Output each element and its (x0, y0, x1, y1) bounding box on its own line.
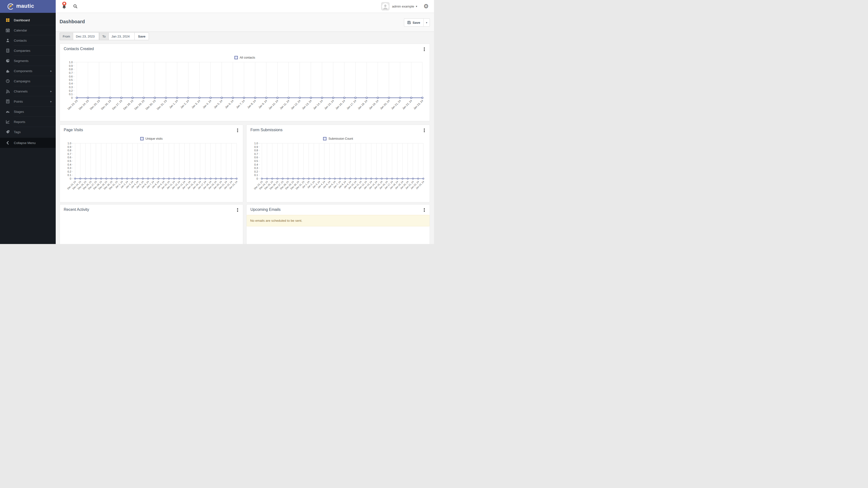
svg-text:Jan 11, 24: Jan 11, 24 (279, 99, 290, 110)
chevron-down-icon[interactable]: ▾ (416, 5, 417, 8)
svg-text:Jan 5, 24: Jan 5, 24 (213, 99, 223, 109)
panel-recent-activity: Recent Activity (60, 204, 243, 244)
collapse-menu-button[interactable]: Collapse Menu (0, 138, 56, 148)
save-dropdown-toggle[interactable]: ▾ (423, 19, 430, 27)
collapse-menu-label: Collapse Menu (14, 141, 36, 145)
legend-checkbox[interactable] (140, 137, 144, 140)
sidebar-item-label: Campaigns (14, 79, 30, 83)
svg-text:0.4: 0.4 (254, 163, 258, 166)
global-search-button[interactable] (73, 4, 78, 8)
person-icon (382, 3, 389, 10)
svg-text:Dec 24, 23: Dec 24, 23 (78, 99, 89, 110)
svg-text:1.0: 1.0 (68, 142, 71, 145)
svg-text:0.8: 0.8 (254, 149, 258, 152)
svg-text:Dec 28, 23: Dec 28, 23 (123, 99, 134, 110)
svg-text:Jan 23, 24: Jan 23, 24 (413, 99, 424, 110)
panel-upcoming-emails: Upcoming Emails No emails are scheduled … (246, 204, 430, 244)
grid-icon (6, 18, 10, 22)
gear-icon[interactable]: ⚙ (423, 3, 429, 9)
panel-menu-button[interactable] (423, 129, 426, 132)
sidebar-item-label: Reports (14, 120, 25, 124)
svg-text:0.2: 0.2 (68, 170, 71, 173)
panel-contacts-created: Contacts Created All contacts 1.00.90.80… (60, 43, 430, 121)
svg-text:Jan 21, 24: Jan 21, 24 (391, 99, 402, 110)
date-range-save-button[interactable]: Save (134, 32, 149, 40)
from-date-input[interactable] (73, 32, 99, 40)
page-header: Dashboard Save ▾ (56, 13, 434, 32)
sidebar-item-calendar[interactable]: Calendar (0, 25, 56, 35)
sidebar-item-companies[interactable]: Companies (0, 45, 56, 56)
chevron-right-icon: ▸ (51, 100, 52, 103)
svg-text:Jan 15, 24: Jan 15, 24 (323, 99, 335, 110)
sidebar-item-label: Stages (14, 110, 24, 113)
svg-text:Jan 2, 24: Jan 2, 24 (180, 99, 189, 109)
svg-text:1.0: 1.0 (254, 142, 258, 145)
panel-page-visits: Page Visits Unique visits 1.00.90.80.70.… (60, 125, 243, 202)
to-label: To (99, 32, 109, 40)
svg-text:0.2: 0.2 (69, 89, 73, 92)
panel-title: Page Visits (64, 128, 83, 132)
panel-menu-button[interactable] (423, 47, 426, 51)
sidebar-item-reports[interactable]: Reports (0, 117, 56, 127)
chevron-right-icon: ▸ (51, 90, 52, 93)
from-label: From (60, 32, 73, 40)
notifications-button[interactable]: ✱ (62, 3, 67, 9)
svg-text:0.7: 0.7 (69, 71, 73, 74)
svg-text:0: 0 (256, 177, 258, 180)
chevron-right-icon: ▸ (51, 69, 52, 73)
sidebar-item-stages[interactable]: Stages (0, 106, 56, 117)
svg-text:Dec 30, 23: Dec 30, 23 (145, 99, 156, 110)
sidebar-item-segments[interactable]: Segments (0, 56, 56, 66)
svg-text:Jan 7, 24: Jan 7, 24 (236, 99, 245, 109)
panel-menu-button[interactable] (423, 208, 426, 212)
tag-icon (6, 130, 10, 134)
svg-text:Jan 1, 24: Jan 1, 24 (168, 99, 178, 109)
search-icon (73, 4, 78, 8)
chart-area: 1.00.90.80.70.60.50.40.30.20.10Dec 23, 2… (60, 59, 430, 119)
svg-text:Jan 10, 24: Jan 10, 24 (268, 99, 279, 110)
legend-label: Unique visits (146, 137, 163, 140)
floppy-icon (407, 21, 411, 24)
sidebar-item-contacts[interactable]: Contacts (0, 35, 56, 45)
panel-menu-button[interactable] (236, 129, 239, 132)
panel-menu-button[interactable] (236, 208, 239, 212)
user-icon (6, 38, 10, 42)
svg-text:0.4: 0.4 (69, 82, 73, 85)
sidebar-item-campaigns[interactable]: Campaigns (0, 76, 56, 86)
chart-area: 1.00.90.80.70.60.50.40.30.20.10Dec 23, 2… (247, 140, 430, 199)
svg-text:0.8: 0.8 (68, 149, 71, 152)
panel-title: Recent Activity (64, 207, 89, 212)
page-title: Dashboard (60, 19, 85, 25)
save-button[interactable]: Save (404, 19, 423, 27)
user-menu[interactable]: admin example (392, 5, 414, 8)
svg-text:0.7: 0.7 (254, 153, 258, 155)
to-date-input[interactable] (108, 32, 135, 40)
svg-text:0: 0 (71, 96, 73, 99)
svg-text:1.0: 1.0 (69, 61, 73, 64)
svg-text:0.5: 0.5 (69, 78, 73, 82)
logo[interactable]: mautic (0, 0, 56, 13)
sidebar-item-channels[interactable]: Channels▸ (0, 86, 56, 96)
panel-form-submissions: Form Submissions Submission Count 1.00.9… (246, 125, 430, 202)
topbar: ✱ admin example ▾ ⚙ (56, 0, 434, 13)
svg-text:Dec 26, 23: Dec 26, 23 (100, 99, 112, 110)
avatar[interactable] (381, 2, 390, 10)
sidebar-nav: DashboardCalendarContactsCompaniesSegmen… (0, 13, 56, 137)
svg-text:Dec 27, 23: Dec 27, 23 (112, 99, 123, 110)
no-emails-alert: No emails are scheduled to be sent. (247, 215, 430, 226)
mautic-app: mautic DashboardCalendarContactsCompanie… (0, 0, 434, 244)
brand-name: mautic (16, 3, 34, 9)
svg-text:0.6: 0.6 (69, 75, 73, 78)
svg-text:0.3: 0.3 (254, 166, 258, 169)
sidebar-item-points[interactable]: Points▸ (0, 96, 56, 106)
sidebar-item-components[interactable]: Components▸ (0, 66, 56, 76)
sidebar-item-tags[interactable]: Tags (0, 127, 56, 137)
sidebar-item-dashboard[interactable]: Dashboard (0, 15, 56, 25)
topbar-right: admin example ▾ ⚙ (381, 2, 429, 10)
svg-text:Jan 13, 24: Jan 13, 24 (301, 99, 312, 110)
pie-icon (6, 59, 10, 63)
legend-checkbox[interactable] (235, 56, 238, 59)
svg-text:Jan 18, 24: Jan 18, 24 (357, 99, 368, 110)
legend-checkbox[interactable] (323, 137, 327, 140)
chartline-icon (6, 120, 10, 124)
